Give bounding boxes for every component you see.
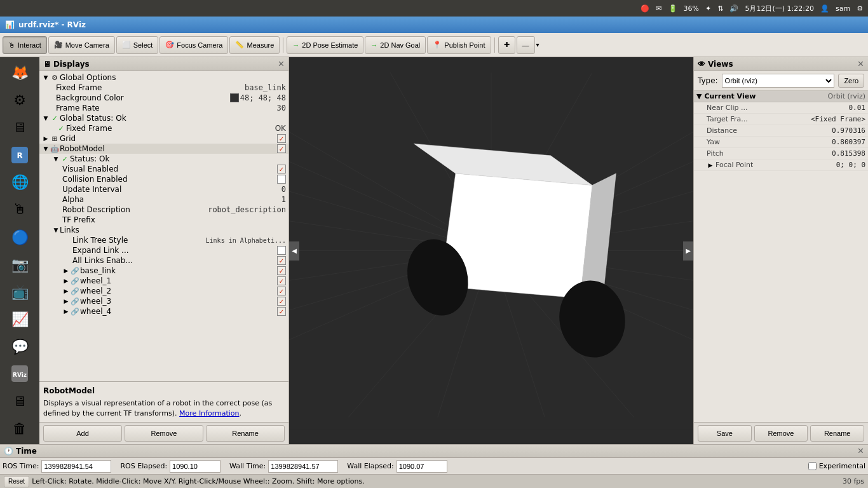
- globe-icon[interactable]: 🌐: [4, 169, 36, 195]
- global-status-ff-row[interactable]: ✓ Fixed Frame OK: [39, 123, 288, 133]
- rviz-icon[interactable]: R: [4, 142, 36, 168]
- cursor-icon[interactable]: 🖱: [4, 196, 36, 222]
- frame-rate-row[interactable]: Frame Rate 30: [39, 103, 288, 113]
- collision-enabled-row[interactable]: Collision Enabled: [39, 174, 288, 184]
- camera-icon[interactable]: 📷: [4, 252, 36, 278]
- type-select[interactable]: Orbit (rviz): [722, 74, 835, 88]
- links-arrow[interactable]: ▼: [52, 227, 60, 233]
- near-clip-row[interactable]: Near Clip ... 0.01: [694, 102, 868, 114]
- terminal-icon[interactable]: 🖥: [4, 114, 36, 140]
- global-status-row[interactable]: ▼ ✓ Global Status: Ok: [39, 113, 288, 123]
- focus-camera-button[interactable]: 🎯 Focus Camera: [159, 36, 228, 54]
- wheel4-checkbox[interactable]: [277, 307, 286, 316]
- views-close-button[interactable]: ✕: [857, 59, 864, 69]
- yaw-row[interactable]: Yaw 0.800397: [694, 137, 868, 148]
- robot-model-arrow[interactable]: ▼: [42, 146, 50, 152]
- time-close-button[interactable]: ✕: [857, 446, 864, 456]
- wheel1-arrow[interactable]: ▶: [62, 278, 70, 284]
- grid-arrow[interactable]: ▶: [42, 135, 50, 142]
- global-options-row[interactable]: ▼ ⚙ Global Options: [39, 72, 288, 83]
- focal-point-row[interactable]: ▶ Focal Point 0; 0; 0: [694, 159, 868, 171]
- pitch-row[interactable]: Pitch 0.815398: [694, 148, 868, 159]
- zero-button[interactable]: Zero: [838, 74, 864, 88]
- views-save-button[interactable]: Save: [698, 425, 752, 442]
- add-button[interactable]: Add: [43, 425, 122, 442]
- wheel2-arrow[interactable]: ▶: [62, 288, 70, 294]
- expand-link-row[interactable]: Expand Link ...: [39, 245, 288, 255]
- update-interval-row[interactable]: Update Interval 0: [39, 184, 288, 194]
- displays-close-button[interactable]: ✕: [278, 59, 285, 69]
- global-status-arrow[interactable]: ▼: [42, 115, 50, 121]
- ros-elapsed-input[interactable]: [170, 460, 220, 473]
- grid-row[interactable]: ▶ ⊞ Grid: [39, 133, 288, 144]
- wheel3-checkbox[interactable]: [277, 297, 286, 306]
- target-frame-row[interactable]: Target Fra... <Fixed Frame>: [694, 114, 868, 125]
- wheel4-row[interactable]: ▶ 🔗 wheel_4: [39, 306, 288, 316]
- reset-button[interactable]: Reset: [4, 476, 29, 487]
- fixed-frame-row[interactable]: Fixed Frame base_link: [39, 83, 288, 93]
- viewport-expand-left[interactable]: ◀: [289, 241, 299, 261]
- views-remove-button[interactable]: Remove: [754, 425, 808, 442]
- expand-link-checkbox[interactable]: [277, 246, 286, 255]
- move-camera-button[interactable]: 🎥 Move Camera: [48, 36, 115, 54]
- base-link-row[interactable]: ▶ 🔗 base_link: [39, 266, 288, 276]
- monitor-icon-left[interactable]: 📺: [4, 279, 36, 305]
- alpha-row[interactable]: Alpha 1: [39, 194, 288, 205]
- nav-goal-button[interactable]: → 2D Nav Goal: [365, 36, 426, 54]
- visual-enabled-checkbox[interactable]: [277, 165, 286, 173]
- link-tree-style-row[interactable]: Link Tree Style Links in Alphabeti...: [39, 235, 288, 245]
- wheel1-checkbox[interactable]: [277, 276, 286, 285]
- robot-description-row[interactable]: Robot Description robot_description: [39, 205, 288, 215]
- current-view-arrow[interactable]: ▼: [696, 92, 702, 100]
- tf-prefix-row[interactable]: TF Prefix: [39, 215, 288, 225]
- wheel2-checkbox[interactable]: [277, 287, 286, 295]
- robot-status-arrow[interactable]: ▼: [52, 156, 60, 162]
- select-button[interactable]: ⬜ Select: [116, 36, 159, 54]
- rename-button[interactable]: Rename: [206, 425, 285, 442]
- base-link-arrow[interactable]: ▶: [62, 268, 70, 274]
- base-link-checkbox[interactable]: [277, 266, 286, 275]
- trash-icon[interactable]: 🗑: [4, 416, 36, 442]
- skype-icon[interactable]: 💬: [4, 334, 36, 360]
- bg-color-row[interactable]: Background Color 48; 48; 48: [39, 93, 288, 103]
- wheel2-row[interactable]: ▶ 🔗 wheel_2: [39, 286, 288, 296]
- focal-point-arrow[interactable]: ▶: [707, 162, 714, 168]
- interact-button[interactable]: 🖱 Interact: [3, 36, 47, 54]
- remove-button[interactable]: Remove: [125, 425, 203, 442]
- distance-row[interactable]: Distance 0.970316: [694, 125, 868, 137]
- robot-status-row[interactable]: ▼ ✓ Status: Ok: [39, 154, 288, 164]
- measure-button[interactable]: 📏 Measure: [229, 36, 280, 54]
- wall-time-input[interactable]: [268, 460, 338, 473]
- all-links-checkbox[interactable]: [277, 256, 286, 265]
- links-row[interactable]: ▼ Links: [39, 225, 288, 235]
- visual-enabled-row[interactable]: Visual Enabled: [39, 164, 288, 174]
- global-options-arrow[interactable]: ▼: [42, 74, 50, 81]
- viewport-expand-right[interactable]: ▶: [683, 241, 693, 261]
- settings-icon-left[interactable]: ⚙: [4, 87, 36, 113]
- views-rename-button[interactable]: Rename: [810, 425, 864, 442]
- pose-estimate-button[interactable]: → 2D Pose Estimate: [287, 36, 363, 54]
- publish-point-button[interactable]: 📍 Publish Point: [427, 36, 491, 54]
- rviz2-icon[interactable]: RViz: [4, 361, 36, 387]
- wall-elapsed-input[interactable]: [397, 460, 447, 473]
- wheel1-row[interactable]: ▶ 🔗 wheel_1: [39, 276, 288, 286]
- robot-model-row[interactable]: ▼ 🤖 RobotModel: [39, 144, 288, 154]
- chrome-icon[interactable]: 🔵: [4, 224, 36, 250]
- current-view-header[interactable]: ▼ Current View Orbit (rviz): [694, 91, 868, 102]
- grid-checkbox[interactable]: [277, 134, 286, 143]
- terminal2-icon[interactable]: 🖥: [4, 388, 36, 414]
- wheel3-arrow[interactable]: ▶: [62, 298, 70, 304]
- robot-model-checkbox[interactable]: [277, 144, 286, 153]
- activity-icon[interactable]: 📈: [4, 306, 36, 332]
- plus-button[interactable]: ✚: [498, 36, 515, 54]
- collision-enabled-checkbox[interactable]: [277, 175, 286, 184]
- wheel3-row[interactable]: ▶ 🔗 wheel_3: [39, 296, 288, 306]
- firefox-icon[interactable]: 🦊: [4, 60, 36, 86]
- wheel4-arrow[interactable]: ▶: [62, 308, 70, 315]
- more-info-link[interactable]: More Information: [179, 409, 239, 417]
- toolbar-dropdown-icon[interactable]: ▾: [536, 41, 539, 48]
- experimental-checkbox[interactable]: [808, 462, 817, 470]
- minus-button[interactable]: —: [517, 36, 535, 54]
- all-links-row[interactable]: All Links Enab...: [39, 255, 288, 266]
- ros-time-input[interactable]: [41, 460, 111, 473]
